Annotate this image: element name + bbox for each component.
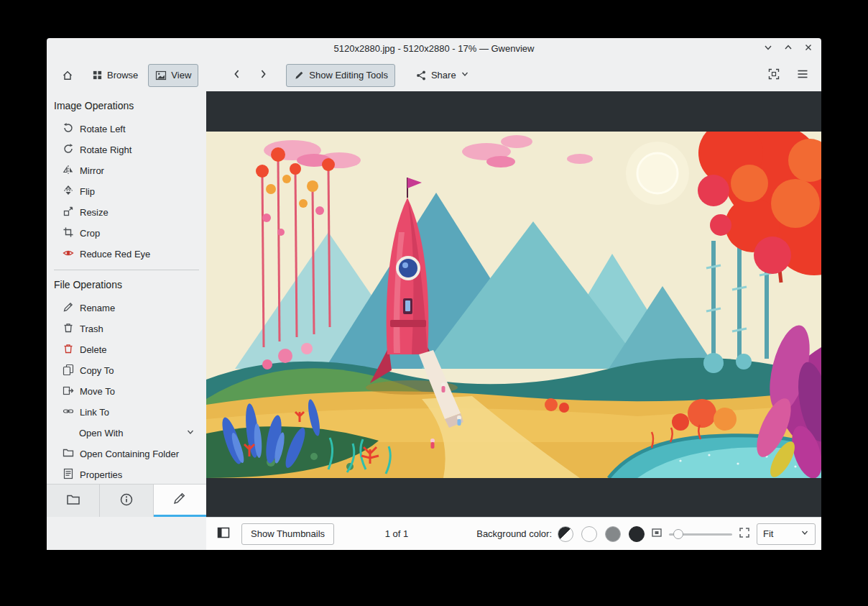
view-button[interactable]: View	[148, 64, 198, 87]
sidebar-item-properties[interactable]: Properties	[47, 464, 206, 485]
minimize-icon	[763, 42, 773, 55]
sidebar-item-rename[interactable]: Rename	[47, 298, 206, 318]
sidebar-item-crop[interactable]: Crop	[47, 223, 206, 244]
sidebar-item-link-to[interactable]: Link To	[47, 402, 206, 423]
statusbar: Show Thumbnails 1 of 1 Background color:…	[206, 517, 821, 550]
close-icon	[803, 42, 813, 55]
view-label: View	[171, 70, 191, 81]
bg-swatch-auto[interactable]	[558, 526, 573, 542]
sidebar-item-open-with[interactable]: Open With	[47, 423, 206, 444]
image-operations-header: Image Operations	[54, 98, 206, 113]
main-toolbar: Browse View Show Editing Tools Share	[47, 59, 821, 91]
sidebar-tab-folders[interactable]	[47, 485, 100, 517]
sidebar-item-reduce-red-eye[interactable]: Reduce Red Eye	[47, 244, 206, 265]
share-label: Share	[431, 70, 456, 81]
file-operations-header: File Operations	[54, 277, 206, 292]
zoom-slider[interactable]	[669, 527, 732, 541]
sidebar-item-move-to[interactable]: Move To	[47, 381, 206, 402]
sidebar-item-trash[interactable]: Trash	[47, 318, 206, 339]
operations-sidebar: Image Operations Rotate Left Rotate Righ…	[47, 91, 206, 517]
link-icon	[63, 405, 74, 419]
sidebar-item-delete[interactable]: Delete	[47, 339, 206, 360]
fit-page-icon	[767, 68, 780, 83]
copy-icon	[63, 364, 74, 377]
edit-icon	[172, 491, 187, 508]
zoom-slider-knob[interactable]	[673, 529, 683, 539]
back-icon	[231, 68, 243, 83]
share-icon	[415, 70, 427, 81]
sidebar-tab-bar	[47, 484, 206, 517]
sidebar-item-mirror[interactable]: Mirror	[47, 160, 206, 181]
gwenview-window: 5120x2880.jpg - 5120x2880 - 17% — Gwenvi…	[47, 38, 821, 550]
background-color-label: Background color:	[476, 528, 552, 539]
page-indicator: 1 of 1	[375, 528, 418, 539]
properties-icon	[63, 468, 74, 482]
sidebar-separator	[54, 270, 199, 270]
share-caret-icon	[461, 70, 469, 81]
editing-tools-icon	[293, 70, 305, 81]
fit-page-button[interactable]	[762, 64, 785, 87]
rename-icon	[63, 301, 74, 315]
sidebar-item-flip[interactable]: Flip	[47, 181, 206, 202]
folder-icon	[66, 492, 80, 510]
titlebar[interactable]: 5120x2880.jpg - 5120x2880 - 17% — Gwenvi…	[47, 38, 821, 59]
menu-button[interactable]	[791, 64, 814, 87]
crop-icon	[63, 226, 74, 240]
zoom-mode-value: Fit	[763, 528, 773, 539]
bg-swatch-gray[interactable]	[605, 526, 621, 542]
move-icon	[63, 385, 74, 398]
expand-icon[interactable]	[738, 526, 751, 542]
sidebar-tab-information[interactable]	[100, 485, 153, 517]
editing-tools-label: Show Editing Tools	[309, 70, 388, 81]
resize-icon	[63, 206, 74, 219]
sidebar-item-copy-to[interactable]: Copy To	[47, 360, 206, 381]
sidebar-item-rotate-right[interactable]: Rotate Right	[47, 139, 206, 160]
bg-swatch-white[interactable]	[581, 526, 597, 542]
minimize-button[interactable]	[762, 43, 774, 55]
trash-icon	[63, 322, 74, 336]
image-canvas[interactable]	[206, 132, 821, 478]
maximize-button[interactable]	[782, 43, 794, 55]
sidebar-toggle-button[interactable]	[214, 525, 233, 543]
bg-swatch-black[interactable]	[629, 526, 645, 542]
forward-icon	[257, 68, 269, 83]
sidebar-toggle-icon	[216, 525, 231, 543]
show-editing-tools-button[interactable]: Show Editing Tools	[286, 64, 395, 87]
sidebar-item-open-containing-folder[interactable]: Open Containing Folder	[47, 444, 206, 464]
sidebar-item-rotate-left[interactable]: Rotate Left	[47, 119, 206, 139]
sidebar-tab-operations[interactable]	[154, 485, 206, 517]
home-icon	[62, 70, 73, 81]
rotate-left-icon	[63, 122, 74, 136]
rotate-right-icon	[63, 143, 74, 157]
folder-open-icon	[63, 447, 74, 461]
menu-icon	[796, 68, 809, 83]
open-with-chevron-icon	[186, 428, 195, 439]
delete-icon	[63, 343, 74, 357]
flip-icon	[63, 185, 74, 198]
share-button[interactable]: Share	[408, 64, 476, 87]
go-forward-button[interactable]	[251, 64, 274, 87]
maximize-icon	[783, 42, 793, 55]
background-color-swatches	[558, 526, 645, 542]
browse-label: Browse	[107, 70, 138, 81]
view-icon	[155, 70, 167, 81]
show-thumbnails-button[interactable]: Show Thumbnails	[241, 523, 334, 545]
mirror-icon	[63, 164, 74, 178]
home-button[interactable]	[54, 64, 81, 87]
go-back-button[interactable]	[226, 64, 249, 87]
info-icon	[119, 492, 134, 510]
browse-icon	[91, 70, 103, 81]
image-view[interactable]	[206, 91, 821, 517]
artwork-5120x2880	[206, 132, 821, 478]
red-eye-icon	[63, 247, 74, 261]
window-title: 5120x2880.jpg - 5120x2880 - 17% — Gwenvi…	[334, 43, 535, 54]
combo-chevron-icon	[800, 528, 809, 539]
zoom-mode-select[interactable]: Fit	[757, 523, 816, 545]
sidebar-item-resize[interactable]: Resize	[47, 202, 206, 223]
browse-button[interactable]: Browse	[84, 64, 145, 87]
shrink-icon[interactable]	[650, 526, 663, 542]
close-button[interactable]	[803, 43, 814, 55]
